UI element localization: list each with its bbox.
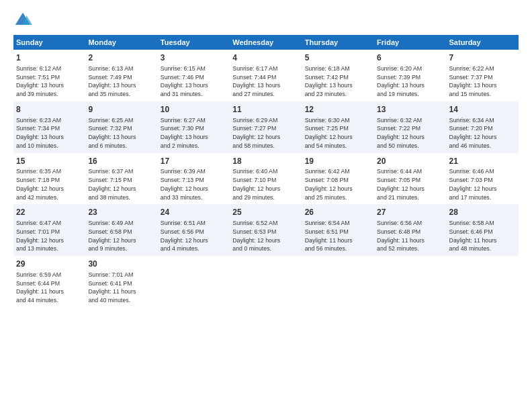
column-header-monday: Monday [85,35,157,50]
day-number: 14 [449,104,516,116]
day-cell: 8Sunrise: 6:23 AM Sunset: 7:34 PM Daylig… [13,101,85,153]
day-info: Sunrise: 6:15 AM Sunset: 7:46 PM Dayligh… [161,64,227,99]
day-info: Sunrise: 6:12 AM Sunset: 7:51 PM Dayligh… [16,64,83,99]
day-cell: 14Sunrise: 6:34 AM Sunset: 7:20 PM Dayli… [447,101,519,153]
column-header-saturday: Saturday [447,35,519,50]
day-cell: 6Sunrise: 6:20 AM Sunset: 7:39 PM Daylig… [374,50,446,101]
column-header-sunday: Sunday [13,35,85,50]
day-cell: 4Sunrise: 6:17 AM Sunset: 7:44 PM Daylig… [230,50,302,101]
header-row: SundayMondayTuesdayWednesdayThursdayFrid… [13,35,519,50]
day-info: Sunrise: 6:47 AM Sunset: 7:01 PM Dayligh… [16,219,83,253]
day-number: 15 [16,156,83,167]
day-cell: 19Sunrise: 6:42 AM Sunset: 7:08 PM Dayli… [302,153,374,205]
column-header-tuesday: Tuesday [158,35,230,50]
day-cell: 16Sunrise: 6:37 AM Sunset: 7:15 PM Dayli… [85,153,157,205]
day-cell [447,256,519,308]
day-number: 30 [88,259,154,270]
day-number: 4 [232,52,299,64]
day-number: 28 [449,207,516,218]
day-cell: 5Sunrise: 6:18 AM Sunset: 7:42 PM Daylig… [302,50,374,101]
day-number: 6 [377,52,443,64]
column-header-friday: Friday [374,35,446,50]
day-info: Sunrise: 6:34 AM Sunset: 7:20 PM Dayligh… [449,116,516,150]
day-info: Sunrise: 6:29 AM Sunset: 7:27 PM Dayligh… [232,116,299,150]
day-info: Sunrise: 6:22 AM Sunset: 7:37 PM Dayligh… [449,64,516,99]
day-cell: 13Sunrise: 6:32 AM Sunset: 7:22 PM Dayli… [374,101,446,153]
week-row-4: 22Sunrise: 6:47 AM Sunset: 7:01 PM Dayli… [13,204,519,256]
day-info: Sunrise: 6:49 AM Sunset: 6:58 PM Dayligh… [88,219,154,253]
week-row-1: 1Sunrise: 6:12 AM Sunset: 7:51 PM Daylig… [13,50,519,101]
week-row-5: 29Sunrise: 6:59 AM Sunset: 6:44 PM Dayli… [13,256,519,308]
logo-icon [13,11,32,30]
day-cell: 23Sunrise: 6:49 AM Sunset: 6:58 PM Dayli… [85,204,157,256]
day-number: 19 [305,156,371,167]
day-info: Sunrise: 6:25 AM Sunset: 7:32 PM Dayligh… [88,116,154,150]
day-cell: 9Sunrise: 6:25 AM Sunset: 7:32 PM Daylig… [85,101,157,153]
column-header-thursday: Thursday [302,35,374,50]
calendar-table: SundayMondayTuesdayWednesdayThursdayFrid… [13,35,519,308]
day-cell [230,256,302,308]
day-info: Sunrise: 7:01 AM Sunset: 6:41 PM Dayligh… [88,271,154,305]
day-cell: 12Sunrise: 6:30 AM Sunset: 7:25 PM Dayli… [302,101,374,153]
day-info: Sunrise: 6:35 AM Sunset: 7:18 PM Dayligh… [16,167,83,201]
day-cell: 22Sunrise: 6:47 AM Sunset: 7:01 PM Dayli… [13,204,85,256]
day-number: 26 [305,207,371,218]
day-number: 8 [16,104,83,116]
day-cell: 27Sunrise: 6:56 AM Sunset: 6:48 PM Dayli… [374,204,446,256]
day-number: 18 [232,156,299,167]
day-info: Sunrise: 6:52 AM Sunset: 6:53 PM Dayligh… [232,219,299,253]
day-cell: 30Sunrise: 7:01 AM Sunset: 6:41 PM Dayli… [85,256,157,308]
day-number: 17 [161,156,227,167]
day-info: Sunrise: 6:18 AM Sunset: 7:42 PM Dayligh… [305,64,371,99]
day-cell: 24Sunrise: 6:51 AM Sunset: 6:56 PM Dayli… [158,204,230,256]
day-number: 22 [16,207,83,218]
day-number: 2 [88,52,154,64]
day-number: 1 [16,52,83,64]
day-cell: 21Sunrise: 6:46 AM Sunset: 7:03 PM Dayli… [447,153,519,205]
calendar-page: SundayMondayTuesdayWednesdayThursdayFrid… [0,0,532,411]
day-cell: 3Sunrise: 6:15 AM Sunset: 7:46 PM Daylig… [158,50,230,101]
day-info: Sunrise: 6:51 AM Sunset: 6:56 PM Dayligh… [161,219,227,253]
day-info: Sunrise: 6:23 AM Sunset: 7:34 PM Dayligh… [16,116,83,150]
day-cell: 29Sunrise: 6:59 AM Sunset: 6:44 PM Dayli… [13,256,85,308]
day-number: 25 [232,207,299,218]
day-cell: 17Sunrise: 6:39 AM Sunset: 7:13 PM Dayli… [158,153,230,205]
day-number: 11 [232,104,299,116]
day-info: Sunrise: 6:56 AM Sunset: 6:48 PM Dayligh… [377,219,443,253]
day-number: 7 [449,52,516,64]
day-cell [158,256,230,308]
day-info: Sunrise: 6:40 AM Sunset: 7:10 PM Dayligh… [232,167,299,201]
day-info: Sunrise: 6:44 AM Sunset: 7:05 PM Dayligh… [377,167,443,201]
day-cell: 26Sunrise: 6:54 AM Sunset: 6:51 PM Dayli… [302,204,374,256]
day-number: 24 [161,207,227,218]
day-cell: 15Sunrise: 6:35 AM Sunset: 7:18 PM Dayli… [13,153,85,205]
day-cell: 28Sunrise: 6:58 AM Sunset: 6:46 PM Dayli… [447,204,519,256]
day-number: 23 [88,207,154,218]
week-row-2: 8Sunrise: 6:23 AM Sunset: 7:34 PM Daylig… [13,101,519,153]
page-header [13,11,519,30]
day-cell: 10Sunrise: 6:27 AM Sunset: 7:30 PM Dayli… [158,101,230,153]
column-header-wednesday: Wednesday [230,35,302,50]
day-number: 21 [449,156,516,167]
day-number: 13 [377,104,443,116]
day-cell: 18Sunrise: 6:40 AM Sunset: 7:10 PM Dayli… [230,153,302,205]
day-info: Sunrise: 6:46 AM Sunset: 7:03 PM Dayligh… [449,167,516,201]
day-info: Sunrise: 6:13 AM Sunset: 7:49 PM Dayligh… [88,64,154,99]
day-number: 3 [161,52,227,64]
day-number: 27 [377,207,443,218]
day-number: 5 [305,52,371,64]
day-info: Sunrise: 6:39 AM Sunset: 7:13 PM Dayligh… [161,167,227,201]
day-info: Sunrise: 6:17 AM Sunset: 7:44 PM Dayligh… [232,64,299,99]
logo [13,11,35,30]
day-number: 29 [16,259,83,270]
day-info: Sunrise: 6:20 AM Sunset: 7:39 PM Dayligh… [377,64,443,99]
day-number: 10 [161,104,227,116]
week-row-3: 15Sunrise: 6:35 AM Sunset: 7:18 PM Dayli… [13,153,519,205]
day-info: Sunrise: 6:42 AM Sunset: 7:08 PM Dayligh… [305,167,371,201]
day-cell: 11Sunrise: 6:29 AM Sunset: 7:27 PM Dayli… [230,101,302,153]
day-info: Sunrise: 6:37 AM Sunset: 7:15 PM Dayligh… [88,167,154,201]
day-cell: 1Sunrise: 6:12 AM Sunset: 7:51 PM Daylig… [13,50,85,101]
day-number: 9 [88,104,154,116]
day-number: 20 [377,156,443,167]
day-info: Sunrise: 6:32 AM Sunset: 7:22 PM Dayligh… [377,116,443,150]
